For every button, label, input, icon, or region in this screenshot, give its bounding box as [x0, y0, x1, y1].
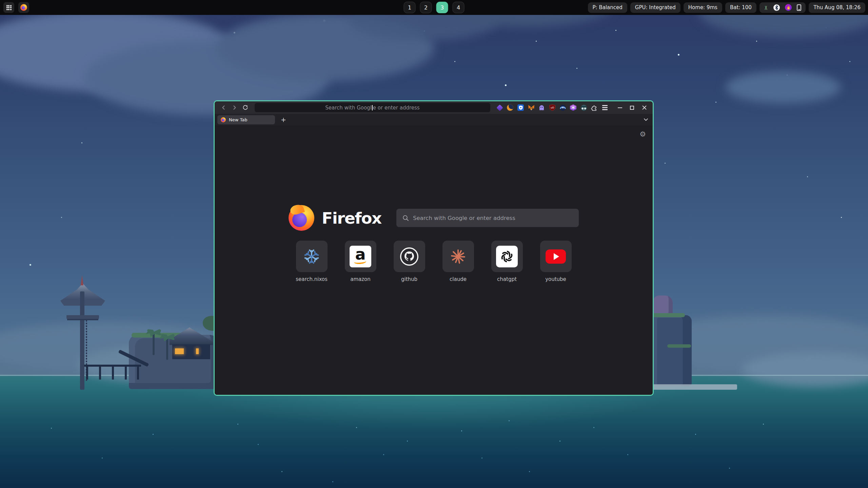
shortcut-label: github [401, 276, 417, 282]
minimize-button[interactable] [615, 104, 624, 112]
ublock-origin-extension-icon[interactable]: uO [548, 103, 557, 112]
pier [84, 363, 141, 387]
shortcut-chatgpt[interactable]: chatgpt [491, 241, 523, 282]
island-hut [170, 327, 213, 360]
window-controls [615, 104, 649, 112]
shortcut-claude[interactable]: claude [442, 241, 474, 282]
urlbar-placeholder-right: e or enter address [373, 105, 420, 111]
metamask-extension-icon[interactable] [527, 103, 536, 112]
network-latency-pill[interactable]: Home: 9ms [684, 2, 722, 13]
newtab-search-box[interactable] [396, 209, 579, 227]
shortcut-label: youtube [545, 276, 566, 282]
shortcut-amazon[interactable]: a amazon [344, 241, 377, 282]
shortcut-label: amazon [350, 276, 371, 282]
newtab-page: ⚙ Firefox [215, 125, 653, 395]
battery-pill[interactable]: Bat: 100 [725, 2, 756, 13]
browser-toolbar: Search with Googl e or enter address uO [215, 101, 653, 114]
bluetooth-icon[interactable] [773, 4, 780, 11]
amazon-icon: a [350, 246, 371, 267]
firefox-wordmark: Firefox [322, 209, 381, 227]
new-tab-button[interactable]: + [279, 115, 288, 124]
app-launcher-button[interactable] [3, 2, 14, 13]
tab-favicon [221, 117, 226, 122]
workspace-button-4[interactable]: 4 [453, 2, 465, 13]
search-input[interactable] [413, 215, 573, 221]
tab-bar: New Tab + [215, 114, 653, 125]
firefox-launcher-button[interactable] [18, 2, 29, 13]
workspace-button-1[interactable]: 1 [404, 2, 416, 13]
clock-pill[interactable]: Thu Aug 08, 18:26 [809, 2, 865, 13]
shortcut-youtube[interactable]: youtube [539, 241, 572, 282]
privacy-spy-extension-icon[interactable] [579, 103, 588, 112]
personalize-gear-button[interactable]: ⚙ [639, 130, 646, 138]
firefox-icon [20, 4, 27, 11]
shortcut-github[interactable]: github [393, 241, 426, 282]
chatgpt-knot-icon [496, 246, 518, 267]
scissors-icon[interactable]: ✂ [763, 5, 769, 9]
extensions-puzzle-button[interactable] [590, 103, 599, 112]
workspace-button-2[interactable]: 2 [420, 2, 432, 13]
workspace-button-3-active[interactable]: 3 [436, 2, 448, 13]
power-profile-pill[interactable]: P: Balanced [588, 2, 627, 13]
urlbar-placeholder-left: Search with Googl [325, 105, 372, 111]
shortcuts-grid: search.nixos a amazon [215, 241, 653, 282]
claude-starburst-icon [450, 248, 466, 265]
hex-asterisk-extension-icon[interactable] [569, 103, 578, 112]
url-bar[interactable]: Search with Googl e or enter address [255, 103, 490, 112]
newtab-hero: Firefox [215, 205, 653, 231]
reload-button[interactable] [240, 103, 250, 112]
nixos-snowflake-icon [304, 249, 319, 264]
tab-overflow-button[interactable] [643, 114, 649, 125]
gpu-pill[interactable]: GPU: Integrated [630, 2, 680, 13]
system-tray: ✂ [760, 2, 806, 13]
dark-reader-extension-icon[interactable] [506, 103, 515, 112]
shortcut-search-nixos[interactable]: search.nixos [295, 241, 328, 282]
tab-title: New Tab [229, 117, 248, 122]
forward-button[interactable] [230, 103, 239, 112]
vpn-mountain-extension-icon[interactable] [558, 103, 567, 112]
right-island [652, 290, 743, 392]
svg-text:uO: uO [551, 106, 554, 109]
close-button[interactable] [640, 104, 649, 112]
bitwarden-extension-icon[interactable] [516, 103, 525, 112]
shortcut-label: claude [450, 276, 467, 282]
topbar: 1 2 3 4 P: Balanced GPU: Integrated Home… [0, 0, 868, 15]
firefox-logo [289, 205, 314, 231]
text-caret [372, 105, 373, 110]
firefox-window: Search with Googl e or enter address uO [214, 100, 654, 396]
desktop: 1 2 3 4 P: Balanced GPU: Integrated Home… [0, 0, 868, 488]
maximize-button[interactable] [628, 104, 636, 112]
watchtower-spire [81, 275, 83, 285]
purple-gem-extension-icon[interactable] [495, 103, 504, 112]
watchtower-platform [66, 315, 99, 319]
back-button[interactable] [219, 103, 228, 112]
workspace-switcher: 1 2 3 4 [404, 0, 465, 15]
youtube-play-icon [546, 249, 566, 264]
menu-hamburger-button[interactable] [600, 103, 609, 112]
cloud [726, 71, 841, 103]
search-icon [402, 215, 409, 221]
shortcut-label: search.nixos [296, 276, 328, 282]
tab-new-tab[interactable]: New Tab [217, 115, 275, 124]
shortcut-label: chatgpt [497, 276, 517, 282]
ghostery-extension-icon[interactable] [537, 103, 546, 112]
github-octocat-icon [399, 247, 419, 266]
tablet-icon[interactable] [797, 4, 801, 11]
flame-icon[interactable] [785, 4, 792, 11]
app-grid-icon [6, 5, 12, 10]
